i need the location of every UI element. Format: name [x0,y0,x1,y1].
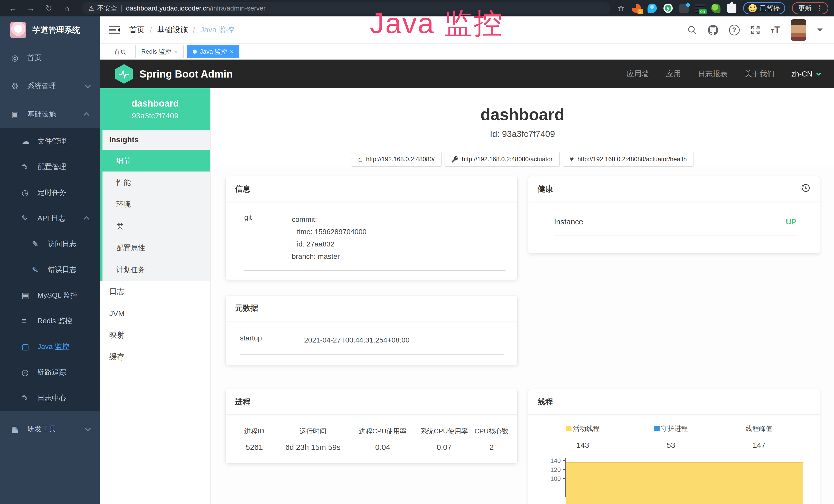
tag-view-bar: 首页 Redis 监控 × Java 监控 × [100,44,834,60]
browser-menu-icon[interactable]: ⋮ [816,4,824,13]
health-history-icon[interactable] [801,184,810,194]
paused-status-pill[interactable]: 已暂停 [743,2,785,15]
sba-menu-details[interactable]: 细节 [100,150,211,171]
sba-menu-metrics[interactable]: 性能 [103,171,211,193]
legend-swatch-live-threads [566,426,571,431]
help-icon[interactable]: ? [729,25,740,36]
health-url-link[interactable]: ♥ http://192.168.0.2:48080/actuator/heal… [563,152,694,167]
sidebar-item-java-monitor[interactable]: ▢ Java 监控 [0,334,100,360]
sba-menu-classes[interactable]: 类 [103,215,211,237]
y-tick-label: 140 [550,458,561,464]
instance-intro: dashboard Id: 93a3fc7f7409 ⌂ http://192.… [211,88,834,167]
sidebar-item-redis-monitor[interactable]: ≡ Redis 监控 [0,308,100,334]
instance-header[interactable]: dashboard 93a3fc7f7409 [100,88,211,130]
forward-icon[interactable]: → [24,0,38,17]
sidebar-item-scheduled-tasks[interactable]: ◷ 定时任务 [0,180,100,205]
log-icon: ✎ [32,265,44,274]
y-tick-label: 100 [550,476,561,482]
address-bar[interactable]: ⚠ 不安全 dashboard.yudao.iocoder.cn /infra/… [82,2,611,14]
page-title: dashboard [211,105,834,124]
cell-value: 0.07 [416,443,472,452]
sidebar-item-file-management[interactable]: ☁ 文件管理 [0,129,100,154]
user-menu-caret-icon[interactable] [817,28,823,34]
bookmark-star-icon[interactable]: ☆ [617,3,625,13]
puzzle-extensions-icon[interactable] [727,4,737,13]
sba-menu-caches[interactable]: 缓存 [100,346,211,368]
extension-badge: 1 [637,9,643,15]
back-icon[interactable]: ← [6,0,20,17]
extension-icon-4[interactable] [679,4,688,13]
sidebar-item-infrastructure[interactable]: ▣ 基础设施 [0,100,100,129]
mysql-icon: ▤ [22,291,34,300]
log-center-icon: ✎ [22,393,34,403]
java-monitor-icon: ▢ [22,342,34,351]
health-instance-label: Instance [554,217,583,226]
service-url-link[interactable]: ⌂ http://192.168.0.2:48080/ [351,152,441,167]
sidebar-item-home[interactable]: ◎ 首页 [0,44,100,72]
sba-menu-mappings[interactable]: 映射 [100,324,211,346]
paused-label: 已暂停 [760,4,780,13]
tab-redis-monitor[interactable]: Redis 监控 × [135,45,184,58]
heart-icon: ♥ [570,155,574,163]
extension-icon-5[interactable]: on [695,4,705,13]
tab-java-monitor[interactable]: Java 监控 × [187,45,239,58]
sba-logo-icon[interactable] [115,64,133,84]
extension-icon-6[interactable] [711,4,721,13]
sidebar-item-system[interactable]: ⚙ 系统管理 [0,72,100,100]
sba-nav-journal[interactable]: 日志报表 [698,69,728,79]
chevron-up-icon [84,216,89,222]
locale-selector[interactable]: zh-CN [791,70,820,78]
warning-icon: ⚠ [88,5,94,12]
sidebar-item-dev-tools[interactable]: ▦ 研发工具 [0,415,100,443]
sidebar-toggle-icon[interactable] [109,25,120,35]
infrastructure-submenu: ☁ 文件管理 ✎ 配置管理 ◷ 定时任务 ✎ API 日志 ✎ [0,129,100,411]
threads-card-title: 线程 [537,397,553,407]
search-icon[interactable] [687,25,697,35]
close-icon[interactable]: × [230,48,234,55]
font-size-icon[interactable]: TT [771,25,780,36]
health-card: 健康 [528,176,820,253]
breadcrumb-current: Java 监控 [200,25,234,35]
divider [121,5,122,12]
extension-on-badge: on [699,9,707,15]
sidebar-item-mysql-monitor[interactable]: ▤ MySQL 监控 [0,282,100,308]
edit-icon: ✎ [22,162,34,172]
sba-menu-jvm[interactable]: JVM [100,302,211,324]
sidebar-item-log-center[interactable]: ✎ 日志中心 [0,385,100,411]
sba-brand[interactable]: Spring Boot Admin [139,68,233,80]
github-icon[interactable] [708,25,718,35]
fullscreen-icon[interactable] [750,25,760,35]
thread-stats: 活动线程 143 守护进程 53 线程峰值 [539,424,803,450]
home-icon[interactable]: ⌂ [60,0,74,17]
sidebar-item-error-logs[interactable]: ✎ 错误日志 [0,257,100,282]
column-header: 进程CPU使用率 [349,427,416,436]
column-header: 运行时间 [277,427,349,436]
browser-window: ← → ↻ ⌂ ⚠ 不安全 dashboard.yudao.iocoder.cn… [0,0,834,504]
sba-menu-scheduled-tasks[interactable]: 计划任务 [103,259,211,281]
sidebar-item-api-logs[interactable]: ✎ API 日志 [0,205,100,231]
sba-menu-config-props[interactable]: 配置属性 [103,237,211,259]
sidebar-item-access-logs[interactable]: ✎ 访问日志 [0,231,100,257]
breadcrumb: 首页 / 基础设施 / Java 监控 [129,25,234,35]
extension-icon-1[interactable]: 1 [632,4,641,13]
sidebar-item-tracing[interactable]: ◎ 链路追踪 [0,360,100,385]
sba-menu-logs[interactable]: 日志 [100,281,211,302]
sba-nav-wallboard[interactable]: 应用墙 [627,69,649,79]
sba-menu-environment[interactable]: 环境 [103,193,211,215]
tab-home[interactable]: 首页 [108,45,132,58]
extension-icon-2[interactable] [648,4,657,13]
extension-icon-3[interactable]: y [663,4,673,13]
update-button[interactable]: 更新 ⋮ [792,2,828,15]
reload-icon[interactable]: ↻ [42,0,56,17]
process-card-title: 进程 [235,397,250,407]
actuator-url-link[interactable]: http://192.168.0.2:48080/actuator [445,152,560,167]
sidebar-item-config-management[interactable]: ✎ 配置管理 [0,154,100,180]
close-icon[interactable]: × [174,48,178,55]
sba-nav-about[interactable]: 关于我们 [745,69,774,79]
info-card-title: 信息 [235,184,250,194]
sba-nav-applications[interactable]: 应用 [666,69,681,79]
breadcrumb-home[interactable]: 首页 [129,25,145,35]
breadcrumb-infrastructure[interactable]: 基础设施 [157,25,188,35]
avatar[interactable] [791,19,806,41]
app-logo-row[interactable]: 芋道管理系统 [0,17,100,44]
